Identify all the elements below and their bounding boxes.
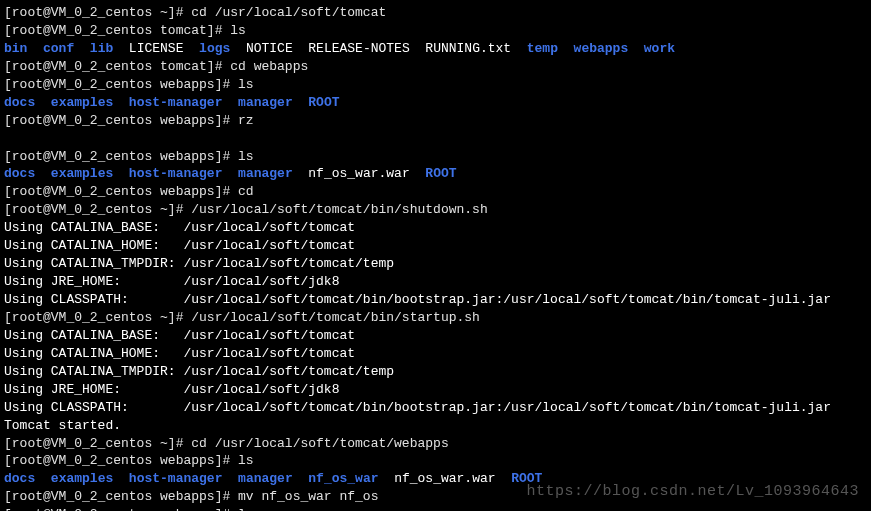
- terminal-text-segment: ls: [238, 507, 254, 511]
- terminal-line: [root@VM_0_2_centos webapps]# cd: [4, 183, 867, 201]
- terminal-line: [4, 130, 867, 148]
- terminal-text-segment: [root@VM_0_2_centos webapps]#: [4, 77, 238, 92]
- terminal-text-segment: Using JRE_HOME: /usr/local/soft/jdk8: [4, 382, 339, 397]
- terminal-text-segment: manager: [238, 166, 293, 181]
- terminal-line: Using CATALINA_TMPDIR: /usr/local/soft/t…: [4, 363, 867, 381]
- terminal-text-segment: examples: [51, 471, 113, 486]
- watermark-text: https://blog.csdn.net/Lv_1093964643: [526, 482, 859, 503]
- terminal-text-segment: Using CATALINA_HOME: /usr/local/soft/tom…: [4, 238, 355, 253]
- terminal-line: [root@VM_0_2_centos ~]# /usr/local/soft/…: [4, 309, 867, 327]
- terminal-text-segment: docs: [4, 471, 35, 486]
- terminal-text-segment: examples: [51, 166, 113, 181]
- terminal-text-segment: [root@VM_0_2_centos tomcat]#: [4, 23, 230, 38]
- terminal-line: [root@VM_0_2_centos ~]# cd /usr/local/so…: [4, 435, 867, 453]
- terminal-line: [root@VM_0_2_centos ~]# cd /usr/local/so…: [4, 4, 867, 22]
- terminal-text-segment: Using CATALINA_BASE: /usr/local/soft/tom…: [4, 328, 355, 343]
- terminal-line: [root@VM_0_2_centos webapps]# rz: [4, 112, 867, 130]
- terminal-text-segment: [27, 41, 43, 56]
- terminal-line: Using CLASSPATH: /usr/local/soft/tomcat/…: [4, 291, 867, 309]
- terminal-text-segment: [74, 41, 90, 56]
- terminal-text-segment: [root@VM_0_2_centos ~]#: [4, 202, 191, 217]
- terminal-text-segment: Using JRE_HOME: /usr/local/soft/jdk8: [4, 274, 339, 289]
- terminal-text-segment: webapps: [574, 41, 629, 56]
- terminal-text-segment: docs: [4, 166, 35, 181]
- terminal-text-segment: [root@VM_0_2_centos webapps]#: [4, 149, 238, 164]
- terminal-line: Using JRE_HOME: /usr/local/soft/jdk8: [4, 381, 867, 399]
- terminal-text-segment: Tomcat started.: [4, 418, 121, 433]
- terminal-text-segment: ls: [238, 149, 254, 164]
- terminal-text-segment: nf_os_war.war: [379, 471, 512, 486]
- terminal-line: Using CATALINA_BASE: /usr/local/soft/tom…: [4, 219, 867, 237]
- terminal-text-segment: [root@VM_0_2_centos webapps]#: [4, 507, 238, 511]
- terminal-text-segment: conf: [43, 41, 74, 56]
- terminal-text-segment: cd: [238, 184, 254, 199]
- terminal-text-segment: manager: [238, 471, 293, 486]
- terminal-output[interactable]: [root@VM_0_2_centos ~]# cd /usr/local/so…: [4, 4, 867, 511]
- terminal-text-segment: Using CATALINA_BASE: /usr/local/soft/tom…: [4, 220, 355, 235]
- terminal-text-segment: [root@VM_0_2_centos webapps]#: [4, 113, 238, 128]
- terminal-text-segment: nf_os_war: [308, 471, 378, 486]
- terminal-text-segment: [293, 471, 309, 486]
- terminal-text-segment: LICENSE: [113, 41, 199, 56]
- terminal-text-segment: /usr/local/soft/tomcat/bin/startup.sh: [191, 310, 480, 325]
- terminal-text-segment: nf_os_war.war: [293, 166, 426, 181]
- terminal-text-segment: work: [644, 41, 675, 56]
- terminal-text-segment: [root@VM_0_2_centos ~]#: [4, 5, 191, 20]
- terminal-text-segment: [113, 95, 129, 110]
- terminal-text-segment: [293, 95, 309, 110]
- terminal-text-segment: Using CATALINA_TMPDIR: /usr/local/soft/t…: [4, 364, 394, 379]
- terminal-text-segment: [222, 166, 238, 181]
- terminal-text-segment: cd webapps: [230, 59, 308, 74]
- terminal-line: [root@VM_0_2_centos webapps]# ls: [4, 506, 867, 511]
- terminal-text-segment: [222, 471, 238, 486]
- terminal-line: Using JRE_HOME: /usr/local/soft/jdk8: [4, 273, 867, 291]
- terminal-text-segment: Using CLASSPATH: /usr/local/soft/tomcat/…: [4, 292, 831, 307]
- terminal-line: docs examples host-manager manager nf_os…: [4, 165, 867, 183]
- terminal-text-segment: docs: [4, 95, 35, 110]
- terminal-text-segment: [root@VM_0_2_centos tomcat]#: [4, 59, 230, 74]
- terminal-text-segment: host-manager: [129, 95, 223, 110]
- terminal-line: [root@VM_0_2_centos webapps]# ls: [4, 148, 867, 166]
- terminal-line: [root@VM_0_2_centos webapps]# ls: [4, 76, 867, 94]
- terminal-line: [root@VM_0_2_centos tomcat]# ls: [4, 22, 867, 40]
- terminal-text-segment: [558, 41, 574, 56]
- terminal-line: Using CATALINA_HOME: /usr/local/soft/tom…: [4, 345, 867, 363]
- terminal-text-segment: Using CATALINA_TMPDIR: /usr/local/soft/t…: [4, 256, 394, 271]
- terminal-text-segment: bin: [4, 41, 27, 56]
- terminal-text-segment: host-manager: [129, 166, 223, 181]
- terminal-text-segment: [35, 471, 51, 486]
- terminal-text-segment: [root@VM_0_2_centos ~]#: [4, 310, 191, 325]
- terminal-text-segment: Using CATALINA_HOME: /usr/local/soft/tom…: [4, 346, 355, 361]
- terminal-text-segment: [root@VM_0_2_centos webapps]#: [4, 453, 238, 468]
- terminal-text-segment: [root@VM_0_2_centos webapps]#: [4, 489, 238, 504]
- terminal-text-segment: [35, 166, 51, 181]
- terminal-text-segment: manager: [238, 95, 293, 110]
- terminal-text-segment: [113, 166, 129, 181]
- terminal-text-segment: ls: [230, 23, 246, 38]
- terminal-line: [root@VM_0_2_centos webapps]# ls: [4, 452, 867, 470]
- terminal-line: Tomcat started.: [4, 417, 867, 435]
- terminal-text-segment: Using CLASSPATH: /usr/local/soft/tomcat/…: [4, 400, 831, 415]
- terminal-text-segment: ROOT: [308, 95, 339, 110]
- terminal-line: bin conf lib LICENSE logs NOTICE RELEASE…: [4, 40, 867, 58]
- terminal-line: [root@VM_0_2_centos ~]# /usr/local/soft/…: [4, 201, 867, 219]
- terminal-line: [root@VM_0_2_centos tomcat]# cd webapps: [4, 58, 867, 76]
- terminal-line: Using CATALINA_BASE: /usr/local/soft/tom…: [4, 327, 867, 345]
- terminal-text-segment: [222, 95, 238, 110]
- terminal-text-segment: lib: [90, 41, 113, 56]
- terminal-text-segment: [root@VM_0_2_centos ~]#: [4, 436, 191, 451]
- terminal-text-segment: cd /usr/local/soft/tomcat: [191, 5, 386, 20]
- terminal-text-segment: temp: [527, 41, 558, 56]
- terminal-text-segment: [628, 41, 644, 56]
- terminal-text-segment: [4, 131, 12, 146]
- terminal-text-segment: mv nf_os_war nf_os: [238, 489, 378, 504]
- terminal-text-segment: ls: [238, 453, 254, 468]
- terminal-text-segment: [root@VM_0_2_centos webapps]#: [4, 184, 238, 199]
- terminal-line: docs examples host-manager manager ROOT: [4, 94, 867, 112]
- terminal-line: Using CATALINA_TMPDIR: /usr/local/soft/t…: [4, 255, 867, 273]
- terminal-text-segment: cd /usr/local/soft/tomcat/webapps: [191, 436, 448, 451]
- terminal-text-segment: ls: [238, 77, 254, 92]
- terminal-text-segment: NOTICE RELEASE-NOTES RUNNING.txt: [230, 41, 526, 56]
- terminal-line: Using CLASSPATH: /usr/local/soft/tomcat/…: [4, 399, 867, 417]
- terminal-text-segment: [113, 471, 129, 486]
